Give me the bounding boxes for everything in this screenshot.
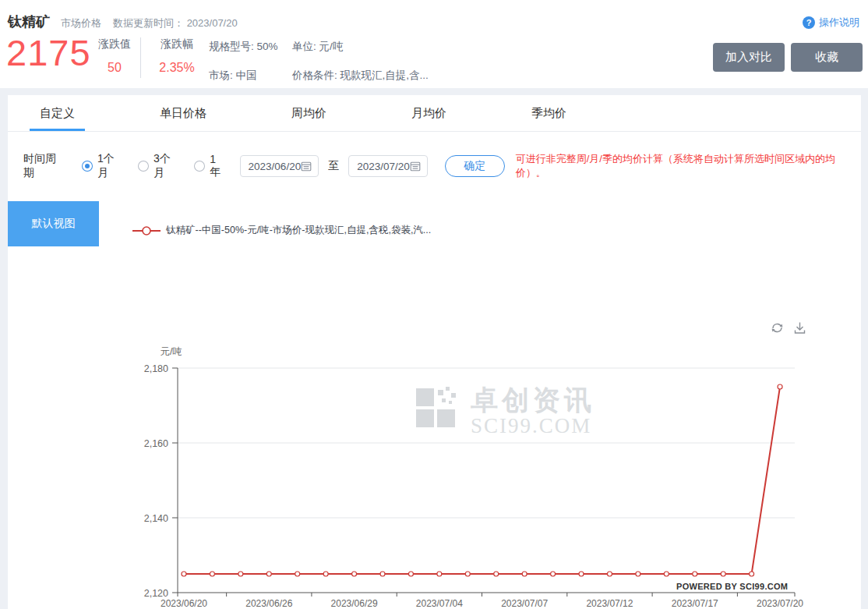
change-pct-block: 涨跌幅 2.35%	[150, 37, 204, 75]
svg-text:元/吨: 元/吨	[161, 346, 182, 357]
price-type-label: 市场价格	[61, 16, 101, 30]
svg-text:2,160: 2,160	[144, 438, 168, 449]
svg-text:2023/06/29: 2023/06/29	[331, 598, 378, 609]
date-range-to-label: 至	[328, 159, 339, 173]
update-time: 数据更新时间： 2023/07/20	[113, 16, 238, 30]
default-view-button[interactable]: 默认视图	[8, 201, 99, 246]
change-pct: 2.35%	[150, 61, 204, 75]
svg-text:2023/06/26: 2023/06/26	[245, 598, 292, 609]
change-value-label: 涨跌值	[87, 37, 142, 51]
radio-dot-icon[interactable]	[138, 161, 149, 172]
refresh-icon[interactable]	[770, 320, 785, 335]
update-time-value: 2023/07/20	[187, 17, 238, 29]
current-price: 2175	[6, 31, 91, 74]
market-label: 市场: 中国	[209, 69, 257, 83]
help-link[interactable]: ? 操作说明	[803, 16, 859, 30]
svg-text:2023/07/20: 2023/07/20	[757, 598, 803, 609]
start-date-input[interactable]: 2023/06/20	[240, 155, 319, 177]
radio-dot-icon[interactable]	[82, 161, 93, 172]
calendar-icon[interactable]	[410, 161, 421, 172]
legend-line-marker-icon	[132, 226, 161, 235]
header: 钛精矿 市场价格 数据更新时间： 2023/07/20 2175 涨跌值 50 …	[0, 0, 868, 88]
legend-label: 钛精矿--中国-50%-元/吨-市场价-现款现汇,自提,含税,袋装,汽...	[166, 224, 431, 237]
chart-legend[interactable]: 钛精矿--中国-50%-元/吨-市场价-现款现汇,自提,含税,袋装,汽...	[132, 224, 431, 237]
divider	[140, 37, 141, 78]
radio-1-year[interactable]: 1年	[194, 153, 226, 179]
favorite-button[interactable]: 收藏	[791, 43, 863, 72]
svg-text:2,120: 2,120	[144, 588, 168, 599]
end-date-input[interactable]: 2023/07/20	[348, 155, 428, 177]
spec-label: 规格型号: 50%	[209, 40, 278, 54]
radio-1-month[interactable]: 1个月	[82, 152, 125, 180]
tab-bar: 自定义 单日价格 周均价 月均价 季均价	[8, 95, 861, 132]
chart-toolbar	[770, 320, 807, 335]
change-pct-label: 涨跌幅	[150, 37, 204, 51]
period-label: 时间周期	[23, 152, 66, 180]
svg-text:2023/07/17: 2023/07/17	[672, 598, 718, 609]
end-date-value[interactable]: 2023/07/20	[357, 161, 410, 172]
radio-dot-icon[interactable]	[194, 161, 205, 172]
page-title: 钛精矿	[8, 12, 50, 31]
change-value-block: 涨跌值 50	[87, 37, 142, 75]
download-icon[interactable]	[792, 320, 807, 335]
radio-3-months[interactable]: 3个月	[138, 152, 181, 180]
average-calc-notice: 可进行非完整周/月/季的均价计算（系统将自动计算所选时间区域内的均价）。	[516, 152, 861, 180]
price-detail-page: 钛精矿 市场价格 数据更新时间： 2023/07/20 2175 涨跌值 50 …	[0, 0, 868, 609]
confirm-button[interactable]: 确定	[445, 155, 505, 177]
update-time-label: 数据更新时间：	[113, 17, 184, 29]
change-value: 50	[87, 61, 142, 75]
svg-text:2023/06/20: 2023/06/20	[161, 598, 207, 609]
svg-text:2023/07/07: 2023/07/07	[501, 598, 548, 609]
tab-weekly-average[interactable]: 周均价	[285, 95, 333, 131]
tab-custom[interactable]: 自定义	[34, 95, 81, 131]
tab-quarterly-average[interactable]: 季均价	[525, 95, 573, 131]
price-condition-label: 价格条件: 现款现汇,自提,含...	[292, 69, 429, 83]
help-link-label[interactable]: 操作说明	[819, 16, 859, 30]
svg-text:2,140: 2,140	[144, 513, 168, 524]
powered-by-label: POWERED BY SCI99.COM	[676, 582, 788, 591]
price-chart[interactable]: 2,1202,1402,1602,180元/吨2023/06/202023/06…	[0, 343, 868, 609]
svg-text:2,180: 2,180	[144, 363, 168, 374]
svg-text:2023/07/12: 2023/07/12	[586, 598, 633, 609]
calendar-icon[interactable]	[301, 161, 312, 172]
add-to-compare-button[interactable]: 加入对比	[713, 43, 785, 72]
question-icon[interactable]: ?	[803, 16, 815, 29]
start-date-value[interactable]: 2023/06/20	[249, 161, 302, 172]
unit-label: 单位: 元/吨	[292, 40, 343, 54]
tab-monthly-average[interactable]: 月均价	[405, 95, 453, 131]
svg-text:2023/07/04: 2023/07/04	[416, 598, 463, 609]
time-period-controls: 时间周期 1个月 3个月 1年 2023/06/20	[23, 154, 861, 178]
tab-daily-price[interactable]: 单日价格	[153, 95, 213, 131]
